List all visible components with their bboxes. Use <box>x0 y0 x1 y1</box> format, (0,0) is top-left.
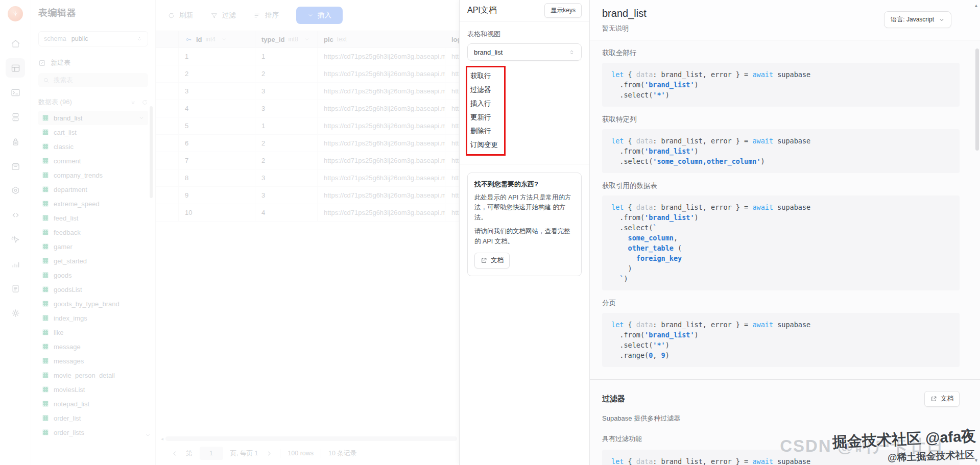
table-row[interactable]: 11https://cd71ps25g6h3ij26om3g.baseapi.m… <box>156 48 459 65</box>
sql-editor-icon[interactable] <box>6 83 25 102</box>
table-row[interactable]: 93https://cd71ps25g6h3ij26om3g.baseapi.m… <box>156 187 459 204</box>
row-select-cell[interactable] <box>156 135 179 152</box>
cell-id[interactable]: 6 <box>179 135 255 152</box>
sidebar-table-item-gamer[interactable]: gamer <box>38 239 148 254</box>
table-row[interactable]: 72https://cd71ps25g6h3ij26om3g.baseapi.m… <box>156 152 459 169</box>
api-section-link[interactable]: 插入行 <box>470 96 498 110</box>
cell-type-id[interactable]: 3 <box>255 169 318 186</box>
column-header-logo[interactable]: logo <box>445 31 459 47</box>
sidebar-table-item-company_trends[interactable]: company_trends <box>38 168 148 182</box>
row-select-cell[interactable] <box>156 48 179 65</box>
column-header-id[interactable]: idint4 <box>179 31 255 47</box>
cell-id[interactable]: 1 <box>179 48 255 65</box>
table-row[interactable]: 83https://cd71ps25g6h3ij26om3g.baseapi.m… <box>156 169 459 187</box>
next-page-icon[interactable] <box>265 450 273 457</box>
docs-scrollbar-thumb[interactable] <box>975 48 979 151</box>
storage-icon[interactable] <box>6 156 25 176</box>
cell-type-id[interactable]: 2 <box>255 65 318 82</box>
row-select-cell[interactable] <box>156 100 179 117</box>
prev-page-icon[interactable] <box>171 450 179 457</box>
cell-id[interactable]: 5 <box>179 117 255 134</box>
sidebar-table-item-moviesList[interactable]: moviesList <box>38 382 148 397</box>
refresh-tables-icon[interactable] <box>141 99 148 106</box>
logs-icon[interactable] <box>6 279 25 298</box>
row-select-cell[interactable] <box>156 169 179 186</box>
cell-pic[interactable]: https://cd71ps25g6h3ij26om3g.baseapi.m <box>318 204 445 221</box>
api-icon[interactable] <box>6 205 25 225</box>
cell-logo[interactable]: http <box>445 204 459 221</box>
cell-pic[interactable]: https://cd71ps25g6h3ij26om3g.baseapi.m <box>318 83 445 100</box>
cell-id[interactable]: 4 <box>179 100 255 117</box>
edge-functions-icon[interactable] <box>6 181 25 200</box>
schema-select[interactable]: schema public <box>38 31 148 46</box>
sidebar-table-item-order_list[interactable]: order_list <box>38 411 148 425</box>
cell-logo[interactable]: http <box>445 65 459 82</box>
project-logo[interactable] <box>8 6 23 21</box>
table-row[interactable]: 104https://cd71ps25g6h3ij26om3g.baseapi.… <box>156 204 459 222</box>
cell-type-id[interactable]: 2 <box>255 135 318 152</box>
cell-id[interactable]: 7 <box>179 152 255 169</box>
scrollbar-up-icon[interactable]: ▲ <box>974 3 978 8</box>
sidebar-table-item-comment[interactable]: comment <box>38 154 148 168</box>
cell-pic[interactable]: https://cd71ps25g6h3ij26om3g.baseapi.m <box>318 135 445 152</box>
sidebar-table-item-message[interactable]: message <box>38 339 148 354</box>
api-section-link[interactable]: 删除行 <box>470 124 498 138</box>
cell-pic[interactable]: https://cd71ps25g6h3ij26om3g.baseapi.m <box>318 152 445 169</box>
sidebar-table-item-notepad_list[interactable]: notepad_list <box>38 397 148 411</box>
sidebar-table-item-like[interactable]: like <box>38 325 148 339</box>
collapse-icon[interactable] <box>130 99 136 106</box>
cell-pic[interactable]: https://cd71ps25g6h3ij26om3g.baseapi.m <box>318 65 445 82</box>
sidebar-table-item-order_lists[interactable]: order_lists <box>38 425 148 439</box>
cell-id[interactable]: 9 <box>179 187 255 204</box>
new-table-button[interactable]: 新建表 <box>38 56 148 70</box>
table-row[interactable]: 51https://cd71ps25g6h3ij26om3g.baseapi.m… <box>156 117 459 135</box>
cell-id[interactable]: 2 <box>179 65 255 82</box>
sidebar-table-item-classic[interactable]: classic <box>38 139 148 154</box>
sidebar-table-item-movie_person_detail[interactable]: movie_person_detail <box>38 368 148 382</box>
sidebar-table-item-feedback[interactable]: feedback <box>38 225 148 239</box>
sidebar-table-item-extreme_speed[interactable]: extreme_speed <box>38 197 148 211</box>
docs-link-button[interactable]: 文档 <box>474 253 510 268</box>
cell-logo[interactable]: http <box>445 135 459 152</box>
cell-pic[interactable]: https://cd71ps25g6h3ij26om3g.baseapi.m <box>318 100 445 117</box>
language-selector[interactable]: 语言: Javascript <box>884 11 951 28</box>
cell-logo[interactable]: http <box>445 169 459 186</box>
table-row[interactable]: 33https://cd71ps25g6h3ij26om3g.baseapi.m… <box>156 83 459 100</box>
chevron-down-icon[interactable] <box>304 36 310 42</box>
filters-docs-button[interactable]: 文档 <box>924 391 960 407</box>
sidebar-table-item-index_imgs[interactable]: index_imgs <box>38 311 148 325</box>
api-section-link[interactable]: 过滤器 <box>470 83 498 96</box>
scroll-down-chevron-icon[interactable] <box>145 431 151 440</box>
home-icon[interactable] <box>6 34 25 53</box>
page-number-input[interactable] <box>200 447 223 460</box>
sidebar-table-item-feed_list[interactable]: feed_list <box>38 211 148 225</box>
sidebar-table-item-get_started[interactable]: get_started <box>38 254 148 268</box>
sort-button[interactable]: 排序 <box>253 11 279 20</box>
row-select-cell[interactable] <box>156 187 179 204</box>
cell-logo[interactable]: http <box>445 48 459 65</box>
api-section-link[interactable]: 更新行 <box>470 110 498 124</box>
cell-type-id[interactable]: 2 <box>255 152 318 169</box>
row-select-cell[interactable] <box>156 83 179 100</box>
row-select-cell[interactable] <box>156 117 179 134</box>
sidebar-table-item-goodsList[interactable]: goodsList <box>38 282 148 297</box>
sidebar-table-item-messages[interactable]: messages <box>38 354 148 368</box>
cell-pic[interactable]: https://cd71ps25g6h3ij26om3g.baseapi.m <box>318 117 445 134</box>
cell-pic[interactable]: https://cd71ps25g6h3ij26om3g.baseapi.m <box>318 187 445 204</box>
cell-type-id[interactable]: 3 <box>255 187 318 204</box>
sidebar-scrollbar-thumb[interactable] <box>150 106 153 198</box>
row-select-cell[interactable] <box>156 152 179 169</box>
chevron-down-icon[interactable] <box>138 115 145 121</box>
cell-type-id[interactable]: 1 <box>255 48 318 65</box>
scrollbar-down-icon[interactable]: ▼ <box>974 458 978 463</box>
realtime-icon[interactable] <box>6 230 25 249</box>
table-search-input[interactable] <box>54 77 130 84</box>
table-row[interactable]: 43https://cd71ps25g6h3ij26om3g.baseapi.m… <box>156 100 459 117</box>
refresh-button[interactable]: 刷新 <box>168 11 193 20</box>
sidebar-table-item-goods[interactable]: goods <box>38 268 148 282</box>
cell-id[interactable]: 3 <box>179 83 255 100</box>
cell-logo[interactable]: http <box>445 83 459 100</box>
table-row[interactable]: 22https://cd71ps25g6h3ij26om3g.baseapi.m… <box>156 65 459 83</box>
chevron-down-icon[interactable] <box>221 36 227 42</box>
cell-type-id[interactable]: 1 <box>255 117 318 134</box>
